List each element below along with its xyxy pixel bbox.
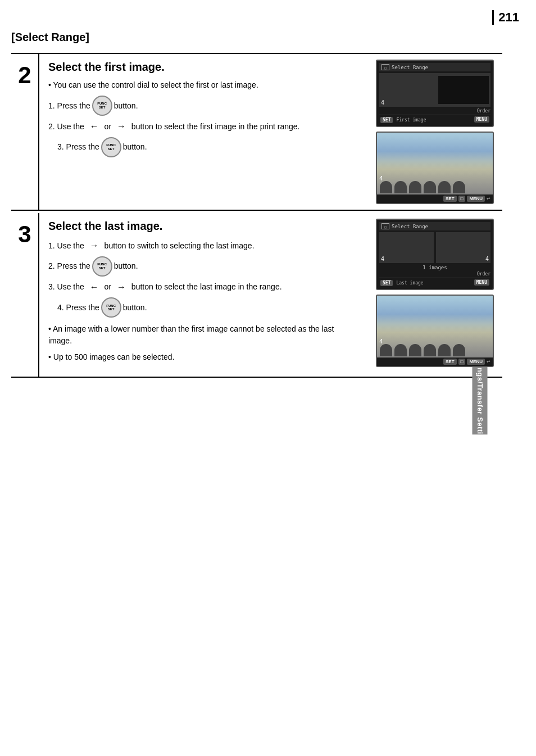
func-set-btn-4: FUNC SET: [101, 297, 121, 318]
step-2-heading: Select the first image.: [48, 61, 358, 74]
arrow-left-icon-2: ←: [90, 280, 99, 295]
step-2-images: □ Select Range 4 Order SET First image M…: [367, 54, 502, 210]
func-set-btn-2: FUNC SET: [101, 137, 121, 157]
step-2-number-col: 2: [11, 54, 39, 210]
page-number: 211: [492, 10, 519, 25]
step-3-number: 3: [18, 221, 31, 248]
step-2-instruction-2: 2. Use the ← or → button to select the f…: [48, 119, 358, 134]
section-title: [Select Range]: [11, 31, 502, 46]
step-2-number: 2: [18, 62, 31, 89]
step-3-instruction-3: 3. Use the ← or → button to select the l…: [48, 280, 358, 295]
step-2-screen-2: □ First image 4 SET □: [376, 132, 494, 204]
step-3-content: Select the last image. 1. Use the → butt…: [39, 213, 367, 377]
arrow-right-icon-2: →: [90, 238, 99, 253]
step-3-number-col: 3: [11, 213, 39, 377]
step-2-screen-1: □ Select Range 4 Order SET First image M…: [376, 60, 494, 127]
step-3-screen-2: □ Last image 4 SET □: [376, 295, 494, 367]
step-3-block: 3 Select the last image. 1. Use the → bu…: [11, 213, 502, 378]
func-set-btn-3: FUNC SET: [92, 256, 112, 277]
arrow-left-icon-1: ←: [90, 119, 99, 134]
func-set-btn-1: FUNC SET: [92, 96, 112, 116]
step-3-bullet1: • An image with a lower number than the …: [48, 323, 358, 347]
arrow-right-icon-3: →: [117, 280, 126, 295]
step-3-images: □ Select Range 4 4 1 images Order SET: [367, 213, 502, 377]
step-2-bullet1: • You can use the control dial to select…: [48, 79, 358, 91]
step-3-heading: Select the last image.: [48, 220, 358, 233]
step-3-instruction-2: 2. Press the FUNC SET button.: [48, 256, 358, 277]
step-2-content: Select the first image. • You can use th…: [39, 54, 367, 210]
step-3-instruction-4: 4. Press the FUNC SET button.: [48, 297, 358, 318]
step-3-screen-1: □ Select Range 4 4 1 images Order SET: [376, 219, 494, 290]
step-3-instruction-1: 1. Use the → button to switch to selecti…: [48, 238, 358, 253]
step-2-instruction-1: 1. Press the FUNC SET button.: [48, 96, 358, 116]
arrow-right-icon-1: →: [117, 119, 126, 134]
step-3-bullet2: • Up to 500 images can be selected.: [48, 351, 358, 363]
step-2-block: 2 Select the first image. • You can use …: [11, 53, 502, 211]
step-2-instruction-3: 3. Press the FUNC SET button.: [48, 137, 358, 157]
